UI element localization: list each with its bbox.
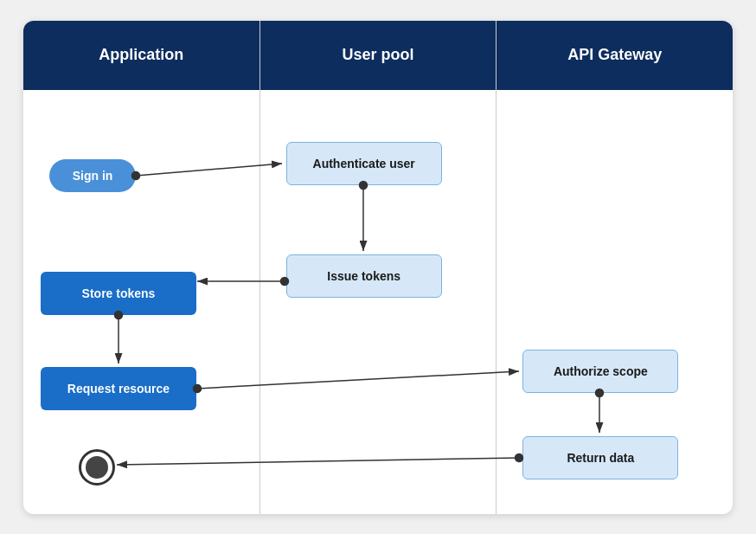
- sign-in-node: Sign in: [49, 159, 136, 192]
- request-resource-node: Request resource: [41, 367, 196, 410]
- lane-api-gateway-body: Authorize scope Return data: [497, 90, 733, 514]
- lane-api-gateway: API Gateway Authorize scope Return data: [497, 21, 733, 514]
- lane-api-gateway-header: API Gateway: [497, 21, 733, 90]
- diagram-container: Application Sign in Store tokens Request…: [23, 21, 733, 514]
- authorize-scope-node: Authorize scope: [522, 350, 678, 393]
- end-node-inner: [86, 456, 108, 479]
- lane-user-pool: User pool Authenticate user Issue tokens: [260, 21, 497, 514]
- lane-user-pool-header: User pool: [260, 21, 497, 90]
- authenticate-user-node: Authenticate user: [286, 142, 442, 185]
- return-data-node: Return data: [522, 436, 678, 479]
- lane-user-pool-body: Authenticate user Issue tokens: [260, 90, 497, 514]
- lane-application-label: Application: [99, 46, 183, 64]
- lane-user-pool-label: User pool: [343, 46, 414, 64]
- lane-api-gateway-label: API Gateway: [567, 46, 662, 64]
- end-node: [79, 449, 115, 486]
- lane-application-body: Sign in Store tokens Request resource: [23, 90, 259, 514]
- store-tokens-node: Store tokens: [41, 272, 196, 315]
- issue-tokens-node: Issue tokens: [286, 254, 442, 298]
- lane-application: Application Sign in Store tokens Request…: [23, 21, 260, 514]
- lane-application-header: Application: [23, 21, 259, 90]
